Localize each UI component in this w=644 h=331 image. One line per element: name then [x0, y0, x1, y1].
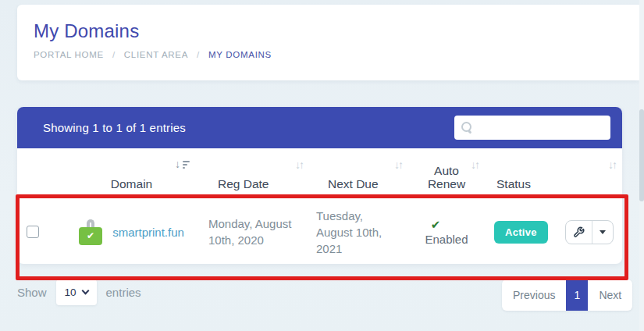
wrench-button[interactable] [566, 221, 592, 244]
auto-renew-state: Enabled [425, 233, 468, 246]
header-checkbox-column [17, 148, 56, 200]
wrench-icon [573, 226, 585, 238]
domain-link[interactable]: smartprint.fun [112, 226, 184, 239]
chevron-down-icon [81, 287, 89, 295]
domains-table-card: Showing 1 to 1 of 1 entries Domain ↓ Reg… [17, 107, 622, 264]
table-header-bar: Showing 1 to 1 of 1 entries [17, 107, 622, 148]
header-next-due[interactable]: Next Due ↓↑ [314, 148, 411, 200]
entries-per-page-select[interactable]: 10 [56, 279, 97, 305]
sort-both-icon[interactable]: ↓↑ [471, 158, 479, 171]
entries-summary: Showing 1 to 1 of 1 entries [43, 121, 186, 134]
entries-label: entries [106, 286, 141, 299]
scrollbar-thumb[interactable] [639, 109, 644, 201]
check-icon: ✔ [431, 218, 441, 232]
auto-renew-cell: ✔ Enabled [411, 200, 482, 264]
dropdown-toggle-button[interactable] [592, 221, 613, 244]
header-reg-date[interactable]: Reg Date ↓↑ [207, 148, 314, 200]
sort-both-icon[interactable]: ↓↑ [394, 158, 402, 171]
row-checkbox[interactable] [27, 226, 39, 238]
header-actions[interactable]: ↓↑ [556, 148, 622, 200]
domain-cell: ✔ smartprint.fun [56, 200, 207, 264]
page-title: My Domains [34, 20, 639, 42]
show-label: Show [17, 286, 47, 299]
ssl-lock-icon: ✔ [79, 219, 102, 245]
page-header-card: My Domains PORTAL HOME / CLIENT AREA / M… [17, 5, 639, 80]
sort-both-icon[interactable]: ↓↑ [295, 158, 303, 171]
reg-date-cell: Monday, August 10th, 2020 [207, 200, 314, 264]
header-auto-renew[interactable]: Auto Renew ↓↑ [411, 148, 482, 200]
table-row: ✔ smartprint.fun Monday, August 10th, 20… [17, 200, 622, 264]
status-cell: Active [482, 200, 556, 264]
search-input[interactable] [478, 116, 619, 140]
breadcrumb-separator: / [197, 50, 200, 59]
manage-domain-button-group [565, 220, 614, 244]
breadcrumb-client-area[interactable]: CLIENT AREA [124, 50, 188, 59]
status-badge[interactable]: Active [494, 221, 548, 244]
breadcrumb-my-domains: MY DOMAINS [208, 50, 272, 59]
breadcrumb-separator: / [112, 50, 116, 59]
actions-cell [556, 200, 622, 264]
page-length-control: Show 10 entries [17, 279, 141, 305]
header-domain[interactable]: Domain ↓ [56, 148, 207, 200]
breadcrumb: PORTAL HOME / CLIENT AREA / MY DOMAINS [34, 50, 639, 59]
table-search[interactable] [454, 116, 610, 140]
table-head: Domain ↓ Reg Date ↓↑ Next Due ↓↑ Auto Re… [17, 148, 622, 200]
current-page-button[interactable]: 1 [566, 279, 588, 311]
sort-amount-asc-icon[interactable]: ↓ [175, 158, 190, 170]
sort-both-icon[interactable]: ↓↑ [608, 158, 616, 171]
breadcrumb-portal-home[interactable]: PORTAL HOME [34, 50, 104, 59]
next-page-button[interactable]: Next [588, 279, 632, 311]
previous-page-button[interactable]: Previous [502, 279, 566, 311]
scrollbar-track[interactable] [639, 0, 644, 331]
next-due-cell: Tuesday, August 10th, 2021 [314, 200, 411, 264]
row-select-cell [17, 200, 56, 264]
caret-down-icon [600, 230, 606, 234]
search-icon [461, 122, 473, 133]
pagination: Previous 1 Next [502, 279, 632, 311]
header-status[interactable]: Status [482, 148, 556, 200]
